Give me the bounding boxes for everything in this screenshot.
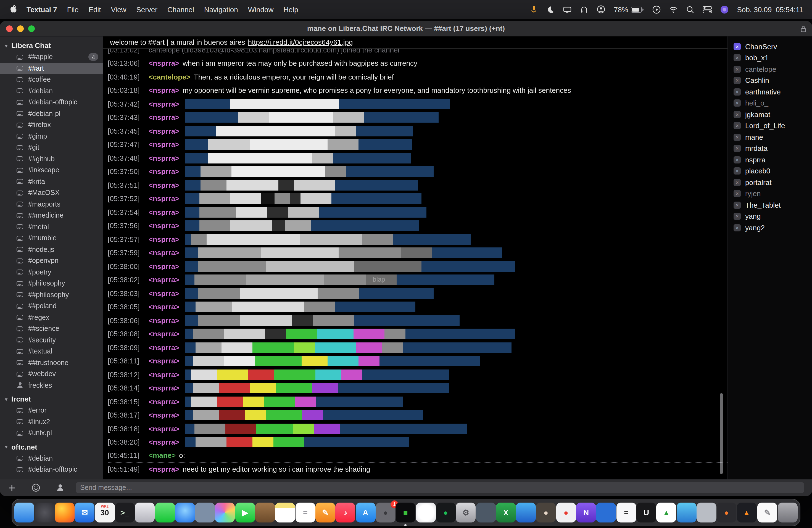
menu-server[interactable]: Server [136, 5, 157, 14]
channel-item-macports[interactable]: #macports [0, 199, 103, 210]
grid-app-icon[interactable] [596, 503, 616, 523]
menu-channel[interactable]: Channel [168, 5, 194, 14]
iterm-icon[interactable]: >_ [115, 503, 135, 523]
trackpad-icon[interactable] [135, 503, 155, 523]
channel-item-debianofftopic[interactable]: #debian-offtopic [0, 97, 103, 108]
chat-scrollbar[interactable] [720, 393, 723, 474]
channel-item-poland[interactable]: ##poland [0, 300, 103, 312]
play-icon[interactable] [653, 5, 661, 14]
userlist-item-jgkamat[interactable]: ×jgkamat [728, 109, 812, 120]
userlist-item-mrdata[interactable]: ×mrdata [728, 143, 812, 154]
server-header[interactable]: ▾Ircnet [0, 393, 103, 405]
channel-item-inkscape[interactable]: #inkscape [0, 165, 103, 176]
battery-indicator[interactable]: 78% [614, 5, 644, 14]
channel-item-debian[interactable]: #debian [0, 85, 103, 97]
channel-item-medicine[interactable]: ##medicine [0, 210, 103, 221]
textual-icon[interactable]: ■ [396, 503, 416, 523]
userlist-item-cantelope[interactable]: ×cantelope [728, 63, 812, 75]
gray-app-icon[interactable] [697, 503, 716, 523]
apple-menu-icon[interactable] [9, 4, 17, 15]
blue-app-icon[interactable] [677, 503, 696, 523]
userlist-item-bob_x1[interactable]: ×bob_x1 [728, 52, 812, 63]
zoom-button[interactable] [28, 25, 35, 32]
channel-item-coffee[interactable]: #coffee [0, 74, 103, 85]
userlist-item-cashlin[interactable]: ×Cashlin [728, 75, 812, 86]
channel-item-krita[interactable]: #krita [0, 176, 103, 187]
channel-item-gimp[interactable]: #gimp [0, 131, 103, 142]
channel-item-security[interactable]: #security [0, 334, 103, 346]
messages-icon[interactable] [155, 503, 175, 523]
firefox-icon[interactable] [55, 503, 75, 523]
utility-app-icon[interactable] [476, 503, 496, 523]
channel-item-linux2[interactable]: #linux2 [0, 416, 103, 427]
menu-help[interactable]: Help [284, 5, 298, 14]
calendar-icon[interactable]: WRZ30 [95, 503, 115, 523]
channel-item-textual[interactable]: #textual [0, 346, 103, 357]
channel-item-debianofftopic[interactable]: #debian-offtopic [0, 464, 103, 475]
userlist-item-chanserv[interactable]: ×ChanServ [728, 41, 812, 52]
query-item-freckles[interactable]: freckles [0, 380, 103, 391]
pin-app-icon[interactable]: ● [556, 503, 576, 523]
channel-item-metal[interactable]: #metal [0, 221, 103, 233]
channel-item-poetry[interactable]: #poetry [0, 266, 103, 278]
channel-item-trustnoone[interactable]: ##trustnoone [0, 357, 103, 368]
launchpad-icon[interactable] [34, 503, 54, 523]
control-center-icon[interactable] [703, 6, 712, 13]
userlist-item-yang[interactable]: ×yang [728, 211, 812, 222]
ulysses-icon[interactable]: U [636, 503, 656, 523]
userlist-item-heli_o_[interactable]: ×heli_o_ [728, 98, 812, 109]
spotlight-icon[interactable] [686, 5, 695, 14]
menu-window[interactable]: Window [248, 5, 274, 14]
channel-item-openvpn[interactable]: #openvpn [0, 255, 103, 266]
menu-clock[interactable]: Sob. 30.09 05:54:11 [737, 5, 803, 14]
channel-item-error[interactable]: #error [0, 405, 103, 416]
channel-item-philosophy[interactable]: #philosophy [0, 278, 103, 289]
affinity-app-icon[interactable]: ▲ [737, 503, 756, 523]
add-icon[interactable] [8, 484, 16, 492]
app-menu-title[interactable]: Textual 7 [27, 5, 57, 14]
userlist-item-placeb0[interactable]: ×placeb0 [728, 165, 812, 177]
channel-item-philosophy[interactable]: ##philosophy [0, 289, 103, 300]
userlist-item-earthnative[interactable]: ×earthnative [728, 86, 812, 98]
channel-item-apple[interactable]: ##apple4 [0, 52, 103, 63]
mic-icon[interactable] [530, 5, 538, 14]
stats-app-icon[interactable] [721, 5, 729, 14]
mail-icon[interactable]: ✉ [75, 503, 95, 523]
channel-item-nodejs[interactable]: #node.js [0, 244, 103, 255]
pixelmator-icon[interactable] [516, 503, 536, 523]
channel-item-debianpl[interactable]: #debian-pl [0, 108, 103, 119]
camera-app-icon[interactable]: ●1 [376, 503, 395, 523]
channel-item-debian[interactable]: #debian [0, 453, 103, 464]
wifi-icon[interactable] [669, 5, 678, 13]
userlist-item-ryjen[interactable]: ×ryjen [728, 188, 812, 200]
channel-item-git[interactable]: #git [0, 142, 103, 153]
chart-app-icon[interactable]: ▲ [656, 503, 677, 523]
channel-item-firefox[interactable]: #firefox [0, 119, 103, 131]
userlist-item-lord_of_life[interactable]: ×Lord_of_Life [728, 120, 812, 131]
excel-icon[interactable]: X [496, 503, 516, 523]
facetime-icon[interactable]: ▶ [235, 503, 255, 523]
disc-app-icon[interactable] [416, 503, 436, 523]
channel-item-science[interactable]: ##science [0, 323, 103, 334]
gimp-icon[interactable]: ● [536, 503, 556, 523]
settings-icon[interactable]: ⚙ [456, 503, 476, 523]
close-button[interactable] [6, 25, 13, 32]
channel-item-regex[interactable]: #regex [0, 312, 103, 323]
appstore-icon[interactable]: A [356, 503, 375, 523]
calculator-icon[interactable]: = [616, 503, 636, 523]
userlist-item-mane[interactable]: ×mane [728, 131, 812, 143]
menu-navigation[interactable]: Navigation [204, 5, 238, 14]
userlist-item-yang2[interactable]: ×yang2 [728, 222, 812, 233]
channel-item-unixpl[interactable]: #unix.pl [0, 427, 103, 439]
mactracker-icon[interactable] [195, 503, 215, 523]
books-icon[interactable] [255, 503, 275, 523]
nick-icon[interactable] [56, 483, 64, 492]
photos-icon[interactable] [215, 503, 235, 523]
userlist-item-the_tablet[interactable]: ×The_Tablet [728, 200, 812, 211]
moon-icon[interactable] [546, 5, 555, 14]
user-switch-icon[interactable] [597, 5, 605, 14]
reminders-icon[interactable]: = [295, 503, 315, 523]
purple-app-icon[interactable]: N [576, 503, 596, 523]
title-bar[interactable]: mane on Libera.Chat IRC Network — ##art … [0, 21, 812, 36]
spotify-icon[interactable]: ● [436, 503, 456, 523]
